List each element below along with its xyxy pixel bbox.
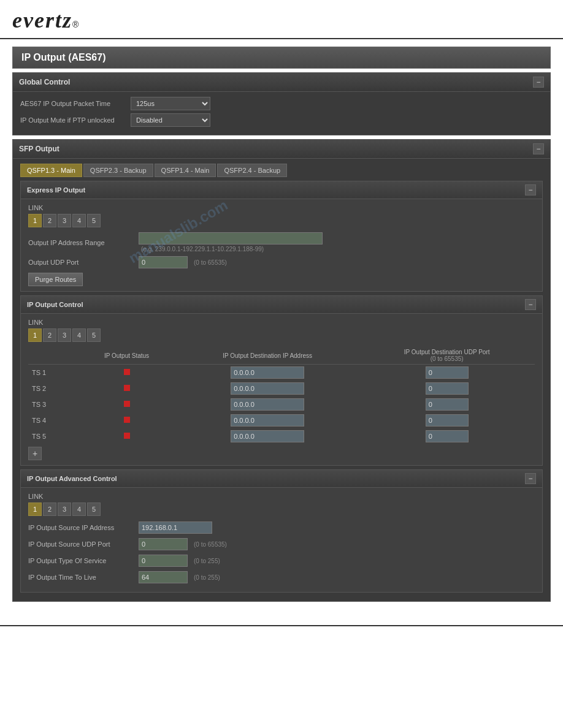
source-ip-row: IP Output Source IP Address	[28, 521, 535, 534]
control-link-tab-3[interactable]: 3	[58, 328, 71, 342]
global-control-panel: Global Control − AES67 IP Output Packet …	[12, 72, 551, 135]
global-control-body: AES67 IP Output Packet Time 125us 250us …	[13, 92, 550, 135]
mute-label: IP Output Mute if PTP unlocked	[20, 116, 131, 124]
col-ts-header	[28, 347, 77, 365]
control-link-tab-5[interactable]: 5	[87, 328, 101, 342]
express-link-tab-1[interactable]: 1	[28, 214, 42, 227]
type-of-service-row: IP Output Type Of Service (0 to 255)	[28, 554, 535, 567]
sfp-output-collapse-btn[interactable]: −	[533, 143, 544, 154]
udp-port-hint: (0 to 65535)	[194, 259, 227, 266]
mute-select[interactable]: Disabled Enabled	[131, 113, 210, 127]
col-dest-ip-header: IP Output Destination IP Address	[176, 347, 359, 365]
mute-control: Disabled Enabled	[131, 113, 210, 127]
ts4-ip-cell	[176, 412, 359, 428]
page-title-bar: IP Output (AES67)	[12, 47, 551, 69]
tab-qsfp1-3-main[interactable]: QSFP1.3 - Main	[20, 164, 82, 177]
ip-output-control-collapse-btn[interactable]: −	[525, 299, 536, 310]
udp-port-input[interactable]	[139, 256, 188, 268]
ip-output-advanced-title: IP Output Advanced Control	[27, 475, 117, 482]
express-ip-collapse-btn[interactable]: −	[525, 184, 536, 195]
main-content: manualslib.com IP Output (AES67) Global …	[0, 39, 563, 613]
tab-qsfp1-4-main[interactable]: QSFP1.4 - Main	[155, 164, 216, 177]
ts5-label: TS 5	[28, 428, 77, 444]
udp-port-label: Output UDP Port	[28, 259, 139, 266]
source-udp-input[interactable]	[139, 538, 188, 550]
ts1-label: TS 1	[28, 365, 77, 381]
express-link-tab-5[interactable]: 5	[87, 214, 101, 227]
ts4-ip-input[interactable]	[231, 414, 304, 427]
express-link-tab-4[interactable]: 4	[72, 214, 86, 227]
ts1-port-input[interactable]	[426, 366, 469, 379]
advanced-link-tab-4[interactable]: 4	[72, 502, 86, 516]
purge-routes-button[interactable]: Purge Routes	[28, 273, 83, 286]
global-control-title-bar: Global Control −	[13, 73, 550, 92]
express-ip-output-panel: Express IP Output − LINK 1 2 3 4	[20, 181, 543, 292]
express-link-label: LINK	[28, 204, 535, 211]
ts1-status-indicator	[124, 369, 130, 375]
ts3-ip-input[interactable]	[231, 398, 304, 411]
packet-time-label: AES67 IP Output Packet Time	[20, 100, 131, 107]
ts1-ip-input[interactable]	[231, 366, 304, 379]
advanced-link-tabs: 1 2 3 4 5	[28, 502, 535, 516]
ts5-ip-input[interactable]	[231, 430, 304, 442]
ts4-status-indicator	[124, 417, 130, 423]
table-row: TS 3	[28, 396, 535, 412]
source-ip-input[interactable]	[139, 521, 212, 534]
ts2-ip-input[interactable]	[231, 382, 304, 395]
ts5-port-input[interactable]	[426, 430, 469, 442]
advanced-link-tab-3[interactable]: 3	[58, 502, 71, 516]
ip-output-advanced-body: LINK 1 2 3 4 5 IP Output Source IP Addre…	[21, 488, 542, 592]
express-ip-title: Express IP Output	[27, 186, 85, 194]
express-link-tab-2[interactable]: 2	[43, 214, 56, 227]
tab-qsfp2-3-backup[interactable]: QSFP2.3 - Backup	[83, 164, 153, 177]
type-of-service-input[interactable]	[139, 555, 188, 567]
ts3-port-input[interactable]	[426, 398, 469, 411]
type-of-service-hint: (0 to 255)	[194, 558, 220, 564]
express-link-tab-3[interactable]: 3	[58, 214, 71, 227]
page-title: IP Output (AES67)	[21, 52, 106, 63]
advanced-link-tab-2[interactable]: 2	[43, 502, 56, 516]
tab-qsfp2-4-backup[interactable]: QSFP2.4 - Backup	[217, 164, 287, 177]
logo: evertz®	[12, 7, 551, 33]
control-link-tab-4[interactable]: 4	[72, 328, 86, 342]
source-udp-row: IP Output Source UDP Port (0 to 65535)	[28, 537, 535, 551]
time-to-live-label: IP Output Time To Live	[28, 574, 139, 581]
ts4-port-input[interactable]	[426, 414, 469, 427]
control-link-label: LINK	[28, 319, 535, 326]
address-range-input[interactable]	[139, 232, 323, 245]
advanced-link-tab-1[interactable]: 1	[28, 502, 42, 516]
sfp-tabs-row: QSFP1.3 - Main QSFP2.3 - Backup QSFP1.4 …	[20, 164, 543, 177]
ip-output-advanced-collapse-btn[interactable]: −	[525, 473, 536, 484]
source-ip-label: IP Output Source IP Address	[28, 524, 139, 531]
ts4-label: TS 4	[28, 412, 77, 428]
ts2-port-input[interactable]	[426, 382, 469, 395]
ts5-port-cell	[359, 428, 535, 444]
packet-time-select[interactable]: 125us 250us 333us 1ms	[131, 97, 210, 110]
express-link-tabs: 1 2 3 4 5	[28, 214, 535, 227]
add-row-button[interactable]: +	[28, 447, 42, 460]
ts2-status-indicator	[124, 385, 130, 391]
control-link-tab-1[interactable]: 1	[28, 328, 42, 342]
address-range-label: Output IP Address Range	[28, 239, 139, 246]
packet-time-row: AES67 IP Output Packet Time 125us 250us …	[20, 97, 543, 110]
table-row: TS 1	[28, 365, 535, 381]
ts5-status-indicator	[124, 433, 130, 439]
time-to-live-input[interactable]	[139, 571, 188, 583]
time-to-live-row: IP Output Time To Live (0 to 255)	[28, 571, 535, 584]
mute-row: IP Output Mute if PTP unlocked Disabled …	[20, 113, 543, 127]
ip-output-control-body: LINK 1 2 3 4 5	[21, 314, 542, 465]
udp-port-row: Output UDP Port (0 to 65535)	[28, 256, 535, 269]
sfp-output-title: SFP Output	[19, 145, 59, 153]
sfp-output-panel: SFP Output − QSFP1.3 - Main QSFP2.3 - Ba…	[12, 139, 551, 602]
ts3-status	[77, 396, 176, 412]
advanced-link-tab-5[interactable]: 5	[87, 502, 101, 516]
ts2-port-cell	[359, 381, 535, 396]
ts1-ip-cell	[176, 365, 359, 381]
global-control-collapse-btn[interactable]: −	[533, 77, 544, 88]
ip-output-advanced-panel: IP Output Advanced Control − LINK 1 2 3 …	[20, 469, 543, 593]
ts1-port-cell	[359, 365, 535, 381]
header: evertz®	[0, 0, 563, 39]
table-row: TS 5	[28, 428, 535, 444]
control-link-tab-2[interactable]: 2	[43, 328, 56, 342]
ts5-status	[77, 428, 176, 444]
